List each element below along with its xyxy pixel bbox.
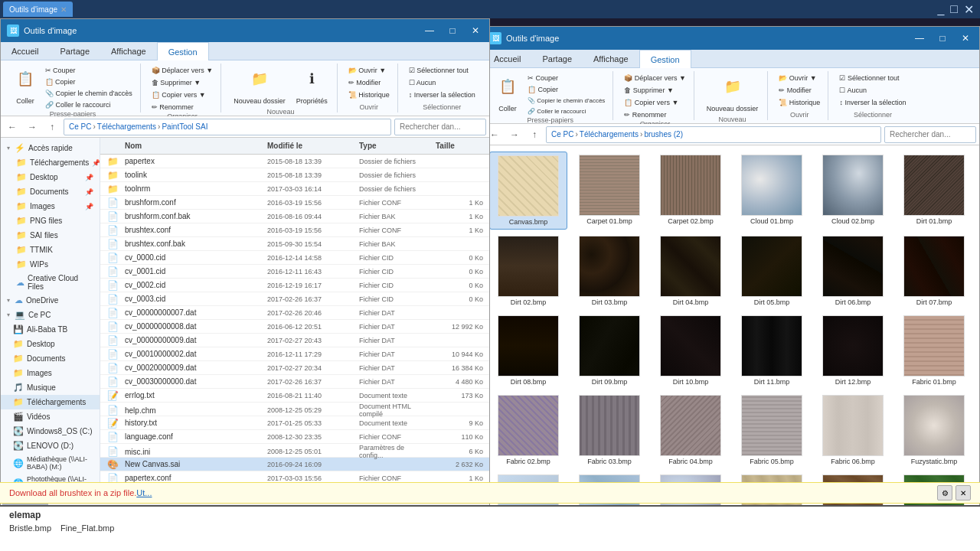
sidebar-item-wips[interactable]: 📁 WIPs [1,257,100,272]
thumbnail-item[interactable]: Fabric 02.bmp [489,392,567,468]
download-close-btn[interactable]: ✕ [956,485,971,500]
thumbnail-item[interactable]: Fabric 03.bmp [570,392,648,468]
sidebar-item-documents[interactable]: 📁 Documents [1,351,100,366]
right-btn-historique[interactable]: 📜 Historique [776,97,823,108]
thumbnail-item[interactable]: Fabric 06.bmp [814,392,892,468]
thumbnail-item[interactable]: Cloud 02.bmp [814,152,892,230]
right-btn-copier-chemin[interactable]: 📎 Copier le chemin d'accès [524,96,608,106]
breadcrumb-pc[interactable]: Ce PC [69,122,91,131]
thumbnail-item[interactable]: Dirt 11.bmp [733,312,811,389]
right-btn-supprimer[interactable]: 🗑 Supprimer ▼ [621,85,688,96]
btn-supprimer[interactable]: 🗑 Supprimer ▼ [149,77,216,88]
sidebar-item-images[interactable]: 📁 Images [1,366,100,380]
thumbnail-item[interactable]: Carpet 02.bmp [652,152,730,230]
taskbar-minimize[interactable]: _ [937,2,944,17]
address-path[interactable]: Ce PC › Téléchargements › PaintTool SAI [64,119,391,135]
right-address-path[interactable]: Ce PC › Téléchargements › brushes (2) [546,126,881,143]
thumbnail-item[interactable]: Fabric 04.bmp [652,392,730,468]
table-row[interactable]: 📄 brushtex.conf 2016-03-19 15:56 Fichier… [100,223,489,237]
table-row[interactable]: 📄 language.conf 2008-12-30 23:35 Fichier… [100,430,489,444]
thumbnail-item[interactable]: Cloud 01.bmp [733,152,811,230]
sidebar-item-creative-cloud[interactable]: ☁ Creative Cloud Files [1,272,100,293]
sidebar-item-desktop-quick[interactable]: 📁 Desktop 📌 [1,170,100,184]
right-breadcrumb-telecharments[interactable]: Téléchargements [580,130,639,139]
btn-coller-raccourci[interactable]: 🔗 Coller le raccourci [42,99,136,110]
table-row[interactable]: 📄 misc.ini 2008-12-25 05:01 Paramètres d… [100,444,489,458]
sidebar-item-telecharments[interactable]: 📁 Téléchargements [1,395,100,409]
download-link[interactable]: Ut... [136,488,152,497]
right-minimize-btn[interactable]: — [909,30,930,47]
table-row[interactable]: 📁 toolnrm 2017-03-03 16:14 Dossier de fi… [100,182,489,196]
thumbnail-item[interactable]: Canvas.bmp [489,152,567,230]
btn-deplacer[interactable]: 📦 Déplacer vers ▼ [149,65,216,76]
tab-partage[interactable]: Partage [49,42,100,60]
col-type[interactable]: Type [356,142,433,150]
thumbnail-item[interactable]: Fabric 05.bmp [733,392,811,468]
thumbnail-item[interactable]: Dirt 03.bmp [570,233,648,309]
sidebar-item-png-files[interactable]: 📁 PNG files [1,214,100,228]
right-btn-ouvrir[interactable]: 📂 Ouvrir ▼ [776,73,823,83]
thumbnail-item[interactable]: Fabric 01.bmp [895,312,973,389]
table-row[interactable]: 📄 brushform.conf 2016-03-19 15:56 Fichie… [100,196,489,210]
thumbnail-item[interactable]: Fuzystatic.bmp [895,392,973,468]
table-row[interactable]: 📄 help.chm 2008-12-25 05:29 Document HTM… [100,403,489,416]
sidebar-item-ttmik[interactable]: 📁 TTMIK [1,243,100,257]
btn-copier-vers[interactable]: 📋 Copier vers ▼ [149,90,216,100]
right-btn-aucun[interactable]: ☐ Aucun [836,85,909,96]
right-btn-select-all[interactable]: ☑ Sélectionner tout [836,73,909,83]
right-btn-inverser[interactable]: ↕ Inverser la sélection [836,97,909,108]
thumbnail-item[interactable]: Dirt 04.bmp [652,233,730,309]
forward-btn[interactable]: → [24,119,41,135]
sidebar-item-musique[interactable]: 🎵 Musique [1,380,100,395]
btn-renommer[interactable]: ✏ Renommer [149,102,216,112]
sidebar-item-documents-quick[interactable]: 📁 Documents 📌 [1,184,100,199]
right-breadcrumb-brushes[interactable]: brushes (2) [644,130,683,139]
table-row[interactable]: 📄 brushform.conf.bak 2016-08-16 09:44 Fi… [100,210,489,223]
right-breadcrumb-pc[interactable]: Ce PC [551,130,573,139]
right-btn-coller[interactable]: 📋 Coller [492,73,523,116]
sidebar-item-videos[interactable]: 🎬 Vidéos [1,409,100,424]
right-btn-copier[interactable]: 📋 Copier [524,84,608,95]
right-btn-coller-raccourci[interactable]: 🔗 Coller le raccourci [524,106,608,116]
btn-copier-chemin[interactable]: 📎 Copier le chemin d'accès [42,88,136,99]
table-row[interactable]: 📄 cv_00000000007.dat 2017-02-26 20:46 Fi… [100,306,489,320]
right-btn-copier-vers[interactable]: 📋 Copier vers ▼ [621,97,688,108]
sidebar-item-lenovo-d[interactable]: 💽 LENOVO (D:) [1,439,100,453]
right-tab-accueil[interactable]: Accueil [483,50,531,68]
left-maximize-btn[interactable]: □ [442,22,463,39]
col-nom[interactable]: Nom [122,142,264,150]
right-maximize-btn[interactable]: □ [932,30,953,47]
table-row[interactable]: 📄 cv_00020000009.dat 2017-02-27 20:34 Fi… [100,361,489,375]
search-input[interactable] [394,119,486,135]
thumbnail-item[interactable]: Dirt 08.bmp [489,312,567,389]
sidebar-item-sai-files[interactable]: 📁 SAI files [1,228,100,243]
right-btn-renommer[interactable]: ✏ Renommer [621,109,688,120]
breadcrumb-telecharments[interactable]: Téléchargements [97,122,156,131]
btn-nouveau-dossier[interactable]: 📁 Nouveau dossier [229,65,290,108]
btn-historique[interactable]: 📜 Historique [345,90,393,100]
thumbnail-item[interactable]: Dirt 02.bmp [489,233,567,309]
tab-gestion[interactable]: Gestion [157,42,209,60]
taskbar-close[interactable]: ✕ [964,2,974,17]
thumbnail-item[interactable]: Dirt 06.bmp [814,233,892,309]
table-row[interactable]: 📄 cv_00010000002.dat 2016-12-11 17:29 Fi… [100,347,489,361]
table-row[interactable]: 📁 papertex 2015-08-18 13:39 Dossier de f… [100,155,489,168]
sidebar-item-acces-rapide[interactable]: ▾ ⚡ Accès rapide [1,141,100,155]
right-tab-partage[interactable]: Partage [531,50,583,68]
btn-modifier[interactable]: ✏ Modifier [345,77,393,88]
btn-copier[interactable]: 📋 Copier [42,77,136,87]
sidebar-item-onedrive[interactable]: ▾ ☁ OneDrive [1,293,100,308]
table-row[interactable]: 📄 cv_00000000008.dat 2016-06-12 20:51 Fi… [100,320,489,334]
sidebar-item-images-quick[interactable]: 📁 Images 📌 [1,199,100,214]
up-btn[interactable]: ↑ [44,119,60,135]
sidebar-item-mediatheque[interactable]: 🌐 Médiathèque (\\ALI-BABA) (M:) [1,453,100,473]
thumbnail-item[interactable]: Dirt 09.bmp [570,312,648,389]
thumbnail-item[interactable]: Dirt 05.bmp [733,233,811,309]
taskbar-maximize[interactable]: □ [950,2,958,17]
table-row[interactable]: 📄 cv_00030000000.dat 2017-02-26 16:37 Fi… [100,375,489,389]
col-taille[interactable]: Taille [433,142,486,150]
col-modifie[interactable]: Modifié le [264,142,356,150]
thumbnail-item[interactable]: Carpet 01.bmp [570,152,648,230]
right-tab-affichage[interactable]: Affichage [583,50,639,68]
breadcrumb-painttool[interactable]: PaintTool SAI [162,122,207,131]
